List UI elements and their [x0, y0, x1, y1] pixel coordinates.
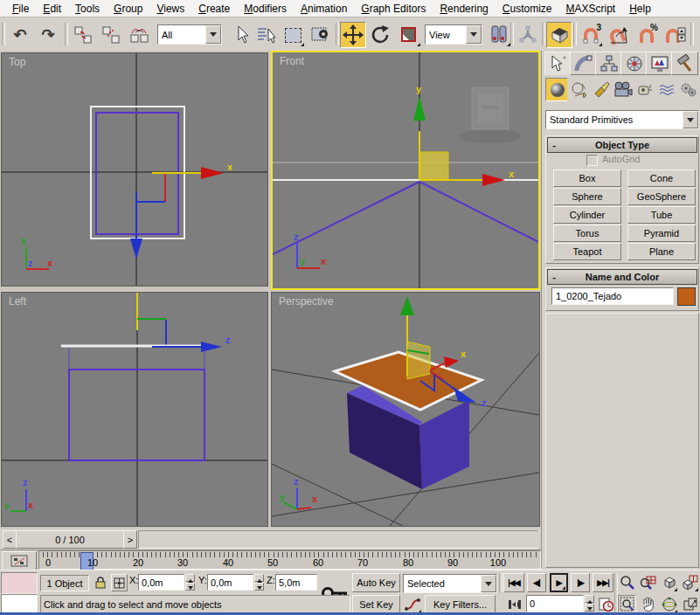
selection-filter-dropdown-arrow[interactable] [205, 25, 221, 44]
set-key-button[interactable]: Set Key [352, 595, 400, 614]
autogrid-checkbox[interactable] [586, 155, 598, 166]
create-shapes-icon[interactable] [567, 78, 591, 101]
viewport-canvas-left[interactable]: z z y x Left [2, 293, 267, 526]
menu-group[interactable]: Group [107, 1, 149, 17]
rectangular-selection-region-icon[interactable] [280, 22, 306, 48]
name-color-rollout-header[interactable]: - Name and Color [547, 269, 697, 285]
create-cameras-icon[interactable] [611, 78, 634, 101]
window-crossing-toggle-icon[interactable] [308, 22, 334, 48]
tab-hierarchy[interactable] [595, 52, 622, 75]
viewport-perspective[interactable]: x z z y x Perspective [271, 292, 540, 527]
menu-animation[interactable]: Animation [294, 1, 354, 17]
auto-key-button[interactable]: Auto Key [352, 573, 400, 592]
play-animation-button[interactable]: ▶ [550, 573, 568, 592]
create-helpers-icon[interactable] [633, 78, 656, 101]
zoom-all-icon[interactable] [639, 573, 657, 592]
menu-file[interactable]: File [5, 1, 36, 17]
object-type-rollout-header[interactable]: - Object Type [547, 137, 697, 153]
object-type-pyramid-button[interactable]: Pyramid [627, 225, 696, 242]
viewport-canvas-front[interactable]: y x z y x Front [273, 52, 538, 288]
move-gizmo-left[interactable] [137, 293, 166, 347]
keyboard-override-toggle-icon[interactable] [546, 22, 572, 48]
current-frame-input[interactable] [526, 595, 584, 612]
absolute-offset-mode-toggle-icon[interactable] [111, 574, 128, 591]
select-by-name-icon[interactable] [253, 22, 280, 48]
tab-utilities[interactable] [671, 52, 698, 75]
create-spacewarps-icon[interactable] [655, 78, 678, 101]
viewport-label-front[interactable]: Front [280, 55, 305, 67]
open-mini-curve-editor-button[interactable] [2, 551, 37, 570]
y-coord-input[interactable] [207, 574, 253, 591]
select-object-icon[interactable] [229, 22, 255, 48]
x-coord-spinner[interactable] [185, 574, 195, 591]
angle-snap-icon[interactable] [606, 22, 632, 48]
time-slider-prev-arrow[interactable]: < [3, 530, 17, 549]
time-slider-next-arrow[interactable]: > [123, 530, 137, 549]
y-coord-spinner[interactable] [254, 574, 264, 591]
snaps-toggle-icon[interactable]: 3 [578, 22, 604, 48]
track-bar-ruler[interactable]: 0 10 20 30 40 50 60 70 80 90 100 [38, 550, 541, 570]
key-filter-selected-combo[interactable]: Selected [403, 574, 497, 593]
key-filter-dropdown-arrow[interactable] [481, 575, 496, 592]
tab-motion[interactable] [620, 52, 648, 75]
select-and-move-icon[interactable] [340, 22, 366, 48]
zoom-extents-all-icon[interactable] [681, 573, 699, 592]
region-zoom-icon[interactable] [618, 595, 636, 614]
menu-create[interactable]: Create [191, 1, 237, 17]
viewport-canvas-top[interactable]: x y z x Top [2, 53, 267, 286]
undo-icon[interactable]: ↶ [7, 22, 33, 48]
viewport-label-left[interactable]: Left [9, 295, 27, 308]
object-type-plane-button[interactable]: Plane [627, 243, 696, 260]
coordinate-system-dropdown-arrow[interactable] [466, 25, 482, 44]
menu-graph-editors[interactable]: Graph Editors [354, 1, 433, 17]
walls-wireframe-front[interactable] [273, 182, 538, 256]
viewcube-ghost[interactable] [459, 87, 522, 143]
spinner-snap-icon[interactable] [662, 22, 688, 48]
object-type-cylinder-button[interactable]: Cylinder [553, 206, 621, 224]
redo-icon[interactable]: ↷ [35, 22, 61, 48]
create-systems-icon[interactable] [676, 78, 700, 101]
menu-edit[interactable]: Edit [36, 1, 68, 17]
viewport-left[interactable]: z z y x Left [1, 292, 268, 527]
tab-create[interactable] [544, 52, 572, 75]
percent-snap-icon[interactable]: % [634, 22, 660, 48]
create-lights-icon[interactable] [589, 78, 613, 101]
zoom-extents-icon[interactable] [660, 573, 678, 592]
tab-display[interactable] [646, 52, 673, 75]
move-gizmo-top[interactable]: x [130, 162, 233, 259]
x-coord-input[interactable] [138, 574, 184, 591]
next-frame-button[interactable]: |▶ [571, 573, 590, 592]
coordinate-system-combo[interactable]: View [425, 24, 482, 45]
use-pivot-center-icon[interactable] [486, 22, 512, 48]
go-to-start-button[interactable]: |◀◀ [503, 573, 524, 592]
tab-modify[interactable] [570, 52, 597, 75]
create-geometry-icon[interactable] [545, 78, 569, 101]
viewport-label-perspective[interactable]: Perspective [279, 295, 334, 308]
viewport-canvas-perspective[interactable]: x z z y x Perspective [272, 293, 539, 526]
maxscript-listener-pink[interactable] [1, 572, 38, 594]
unlink-icon[interactable] [98, 22, 124, 48]
time-configuration-icon[interactable] [597, 595, 614, 614]
zoom-tool-icon[interactable] [618, 573, 636, 592]
menu-views[interactable]: Views [149, 1, 191, 17]
primitive-category-combo[interactable]: Standard Primitives [545, 110, 699, 129]
object-type-tube-button[interactable]: Tube [627, 206, 696, 224]
object-color-swatch[interactable] [677, 287, 696, 306]
viewport-label-top[interactable]: Top [9, 56, 26, 68]
menu-customize[interactable]: Customize [496, 1, 559, 17]
time-slider-handle[interactable]: 0 / 100 [16, 530, 124, 549]
select-and-rotate-icon[interactable] [368, 22, 394, 48]
object-type-teapot-button[interactable]: Teapot [553, 243, 621, 260]
toolbar-handle[interactable] [2, 23, 5, 45]
selection-lock-toggle-icon[interactable] [93, 574, 108, 591]
select-and-manipulate-icon[interactable] [515, 22, 541, 48]
select-and-link-icon[interactable] [70, 22, 96, 48]
collapse-icon[interactable]: - [548, 272, 560, 282]
viewport-top[interactable]: x y z x Top [1, 52, 268, 287]
collapse-icon[interactable]: - [548, 140, 560, 150]
menu-maxscript[interactable]: MAXScript [559, 1, 623, 17]
menu-tools[interactable]: Tools [68, 1, 107, 17]
default-tangent-icon[interactable] [403, 595, 422, 614]
key-mode-toggle-icon[interactable] [505, 595, 524, 614]
gizmo-z-arrow-left[interactable]: z [152, 335, 231, 352]
